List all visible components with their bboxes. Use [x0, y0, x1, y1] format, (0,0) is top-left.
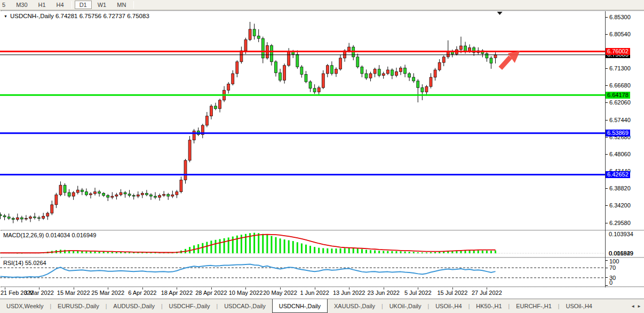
timeframe-button-H1[interactable]: H1 [34, 1, 51, 9]
timeframe-button-M30[interactable]: M30 [11, 1, 32, 9]
date-tick-label: 6 Apr 2022 [128, 290, 156, 296]
symbol-dropdown-icon[interactable]: ▼ [4, 14, 7, 18]
rsi-axis: 10070300 [606, 258, 644, 286]
rsi-indicator-label: RSI(14) 55.0264 [3, 260, 46, 266]
timeframe-button-D1[interactable]: D1 [75, 1, 92, 9]
date-tick-label: 15 Mar 2022 [57, 290, 90, 296]
rsi-pane-canvas[interactable] [0, 258, 606, 286]
price-tick-label: 6.71300 [609, 65, 631, 71]
rsi-tick-label: 70 [609, 264, 616, 271]
timeframe-button-H4[interactable]: H4 [52, 1, 69, 9]
chart-tab-bar: USDX,Weekly|EURUSD-,Daily|AUDUSD-,Daily|… [0, 299, 644, 313]
tab-audusd-daily[interactable]: AUDUSD-,Daily [107, 299, 161, 313]
rsi-line [1, 264, 496, 277]
chart-title-text: USDCNH-,Daily 6.74281 6.75756 6.72737 6.… [10, 13, 149, 19]
date-tick-label: 28 Apr 2022 [195, 290, 227, 296]
trading-platform-window: 5M30H1H4D1W1MN 6.853006.805406.713006.66… [0, 0, 644, 313]
toolbar-separator [133, 1, 134, 9]
price-tick-label: 6.48060 [609, 151, 631, 157]
price-tick-label: 6.57440 [609, 117, 631, 123]
trend-arrow-annotation[interactable] [500, 51, 520, 68]
price-tick-label: 6.80540 [609, 31, 631, 37]
chart-title[interactable]: ▼USDCNH-,Daily 6.74281 6.75756 6.72737 6… [4, 13, 149, 19]
tab-ukoil-daily[interactable]: UKOil-,Daily [383, 299, 428, 313]
toolbar-separator [71, 1, 72, 9]
tab-scroll-right-icon[interactable]: ► [637, 304, 641, 309]
tab-scroll-arrows: ◄► [631, 299, 644, 313]
level-badge-6.76002: 6.76002 [606, 48, 630, 55]
price-tick-label: 6.66680 [609, 82, 631, 89]
price-tick-label: 6.34200 [609, 202, 631, 208]
date-tick-label: 23 Jun 2022 [367, 290, 400, 296]
tab-usoil-h4[interactable]: USOil-,H4 [559, 299, 599, 313]
tab-usdcad-daily[interactable]: USDCAD-,Daily [218, 299, 272, 313]
date-tick-label: 13 Jun 2022 [333, 290, 365, 296]
timeframe-toolbar: 5M30H1H4D1W1MN [0, 0, 644, 10]
timeframe-button-MN[interactable]: MN [112, 1, 131, 9]
rsi-tick-label: 100 [609, 258, 619, 264]
tab-eurusd-daily[interactable]: EURUSD-,Daily [51, 299, 106, 313]
date-tick-label: 3 Mar 2022 [24, 290, 54, 296]
macd-max-label: 0.103934 [609, 231, 633, 237]
tab-usdx-weekly[interactable]: USDX,Weekly [0, 299, 50, 313]
date-tick-label: 1 Jun 2022 [300, 290, 329, 296]
tab-usdchf-daily[interactable]: USDCHF-,Daily [163, 299, 217, 313]
date-tick-label: 27 Jul 2022 [472, 290, 502, 296]
date-tick-label: 20 May 2022 [263, 290, 297, 296]
chart-shift-marker-icon[interactable] [497, 12, 503, 15]
tab-scroll-left-icon[interactable]: ◄ [631, 304, 635, 309]
main-chart-canvas[interactable] [0, 11, 606, 230]
price-axis[interactable]: 6.853006.805406.713006.666806.620606.574… [606, 11, 644, 230]
tab-usdcnh-daily[interactable]: USDCNH-,Daily [272, 299, 328, 313]
date-tick-label: 15 Jul 2022 [437, 290, 467, 296]
level-badge-6.42652: 6.42652 [606, 171, 630, 178]
date-tick-label: 5 Jul 2022 [404, 290, 432, 296]
price-tick-label: 6.62060 [609, 99, 631, 106]
date-axis[interactable]: 21 Feb 20223 Mar 202215 Mar 202225 Mar 2… [0, 287, 644, 299]
date-tick-label: 25 Mar 2022 [91, 290, 124, 296]
rsi-tick-label: 0 [609, 279, 613, 286]
timeframe-button-5[interactable]: 5 [0, 1, 10, 9]
level-badge-6.53869: 6.53869 [606, 130, 630, 137]
date-tick-label: 18 Apr 2022 [161, 290, 193, 296]
macd-min-labels: 0.016949 0.001829 [609, 250, 643, 256]
macd-indicator-label: MACD(12,26,9) 0.014034 0.016949 [3, 232, 96, 238]
level-badge-6.64178: 6.64178 [606, 92, 630, 99]
timeframe-button-W1[interactable]: W1 [93, 1, 112, 9]
price-tick-label: 6.85300 [609, 14, 631, 20]
price-tick-label: 6.38820 [609, 185, 631, 191]
tab-usoil-h4[interactable]: USOil-,H4 [429, 299, 468, 313]
price-tick-label: 6.29580 [609, 220, 631, 226]
tab-xauusd-daily[interactable]: XAUUSD-,Daily [328, 299, 381, 313]
macd-min-label: 0.001829 [609, 250, 633, 256]
tab-eurchf-h1[interactable]: EURCHF-,H1 [510, 299, 558, 313]
date-tick-label: 10 May 2022 [229, 290, 263, 296]
tab-hk50-h1[interactable]: HK50-,H1 [470, 299, 508, 313]
